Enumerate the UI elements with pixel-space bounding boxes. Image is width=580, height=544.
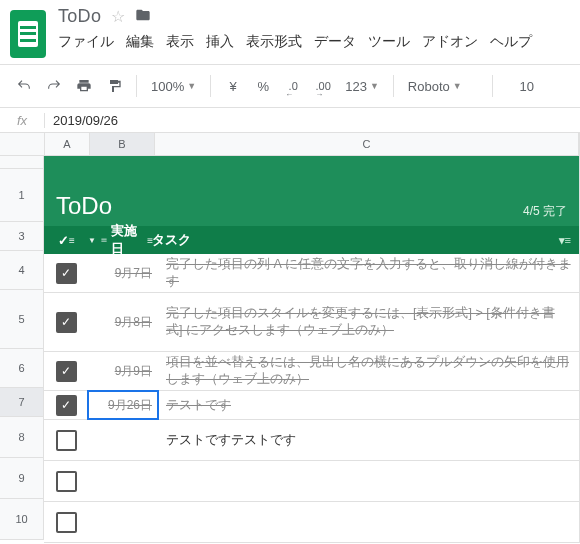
sheet-column-headers: ✓≡ ▼＝実施日≡ タスク ▾≡: [44, 226, 579, 254]
cell-date[interactable]: 9月26日: [108, 397, 152, 414]
col-check: ✓: [58, 233, 69, 248]
row-header-8[interactable]: 8: [0, 417, 44, 458]
col-header-b[interactable]: B: [90, 133, 155, 155]
cell-task[interactable]: テストですテストです: [166, 432, 296, 449]
row-header-4[interactable]: 4: [0, 251, 44, 290]
menu-insert[interactable]: 挿入: [206, 33, 234, 51]
col-date[interactable]: 実施日: [111, 222, 144, 258]
cell-task[interactable]: テストです: [166, 397, 231, 414]
menu-format[interactable]: 表示形式: [246, 33, 302, 51]
menu-data[interactable]: データ: [314, 33, 356, 51]
star-icon[interactable]: ☆: [111, 7, 125, 26]
row-header-1[interactable]: [0, 156, 44, 169]
cell-task[interactable]: 完了した項目の列 A に任意の文字を入力すると、取り消し線が付きます: [166, 256, 571, 290]
undo-button[interactable]: [10, 72, 38, 100]
filter-icon[interactable]: ▾≡: [559, 234, 571, 247]
sheets-app-icon[interactable]: [10, 10, 46, 58]
table-row: ✓ 9月9日 項目を並べ替えるには、見出し名の横にあるプルダウンの矢印を使用しま…: [44, 352, 579, 391]
menu-help[interactable]: ヘルプ: [490, 33, 532, 51]
row-header-7[interactable]: 7: [0, 388, 44, 417]
sheet-progress: 4/5 完了: [523, 203, 567, 220]
document-title[interactable]: ToDo: [58, 6, 101, 27]
number-format-select[interactable]: 123▼: [339, 79, 385, 94]
paint-format-button[interactable]: [100, 72, 128, 100]
fx-value[interactable]: 2019/09/26: [45, 113, 118, 128]
print-button[interactable]: [70, 72, 98, 100]
row-header-5[interactable]: 5: [0, 290, 44, 349]
currency-button[interactable]: ¥: [219, 72, 247, 100]
font-size-select[interactable]: 10: [501, 79, 553, 94]
menu-file[interactable]: ファイル: [58, 33, 114, 51]
folder-icon[interactable]: [135, 7, 151, 27]
menu-addons[interactable]: アドオン: [422, 33, 478, 51]
cell-task[interactable]: 完了した項目のスタイルを変更するには、[表示形式] > [条件付き書式] にアク…: [166, 305, 571, 339]
zoom-select[interactable]: 100%▼: [145, 79, 202, 94]
table-row: [44, 502, 579, 543]
table-row: ✓ 9月7日 完了した項目の列 A に任意の文字を入力すると、取り消し線が付きま…: [44, 254, 579, 293]
decrease-decimal-button[interactable]: .0←: [279, 72, 307, 100]
fx-label: fx: [0, 113, 45, 128]
checkbox[interactable]: [56, 430, 77, 451]
menu-edit[interactable]: 編集: [126, 33, 154, 51]
menu-tools[interactable]: ツール: [368, 33, 410, 51]
checkbox[interactable]: [56, 512, 77, 533]
row-header-10[interactable]: 10: [0, 499, 44, 540]
row-header-2[interactable]: 1: [0, 169, 44, 222]
zoom-value: 100%: [151, 79, 184, 94]
toolbar: 100%▼ ¥ % .0← .00→ 123▼ Roboto▼ 10: [0, 65, 580, 107]
col-header-c[interactable]: C: [155, 133, 579, 155]
cell-date[interactable]: 9月7日: [115, 265, 152, 282]
sheet-heading: ToDo: [56, 192, 112, 220]
menu-view[interactable]: 表示: [166, 33, 194, 51]
table-row: ✓ 9月26日 テストです: [44, 391, 579, 420]
redo-button[interactable]: [40, 72, 68, 100]
table-row: [44, 461, 579, 502]
row-header-6[interactable]: 6: [0, 349, 44, 388]
checkbox[interactable]: ✓: [56, 395, 77, 416]
increase-decimal-button[interactable]: .00→: [309, 72, 337, 100]
font-size: 10: [520, 79, 534, 94]
cell-date[interactable]: 9月9日: [115, 363, 152, 380]
row-header-9[interactable]: 9: [0, 458, 44, 499]
select-all-corner[interactable]: [0, 133, 45, 156]
checkbox[interactable]: ✓: [56, 312, 77, 333]
row-header-3[interactable]: 3: [0, 222, 44, 251]
col-header-a[interactable]: A: [45, 133, 90, 155]
font-name: Roboto: [408, 79, 450, 94]
font-select[interactable]: Roboto▼: [402, 79, 484, 94]
cell-date[interactable]: 9月8日: [115, 314, 152, 331]
formula-bar[interactable]: fx 2019/09/26: [0, 108, 580, 133]
checkbox[interactable]: ✓: [56, 263, 77, 284]
checkbox[interactable]: [56, 471, 77, 492]
percent-button[interactable]: %: [249, 72, 277, 100]
table-row: ✓ 9月8日 完了した項目のスタイルを変更するには、[表示形式] > [条件付き…: [44, 293, 579, 352]
sheet-title-row: ToDo 4/5 完了: [44, 168, 579, 226]
menu-bar: ファイル 編集 表示 挿入 表示形式 データ ツール アドオン ヘルプ: [58, 33, 570, 51]
col-task[interactable]: タスク: [152, 231, 191, 249]
checkbox[interactable]: ✓: [56, 361, 77, 382]
cell-task[interactable]: 項目を並べ替えるには、見出し名の横にあるプルダウンの矢印を使用します（ウェブ上の…: [166, 354, 571, 388]
table-row: テストですテストです: [44, 420, 579, 461]
